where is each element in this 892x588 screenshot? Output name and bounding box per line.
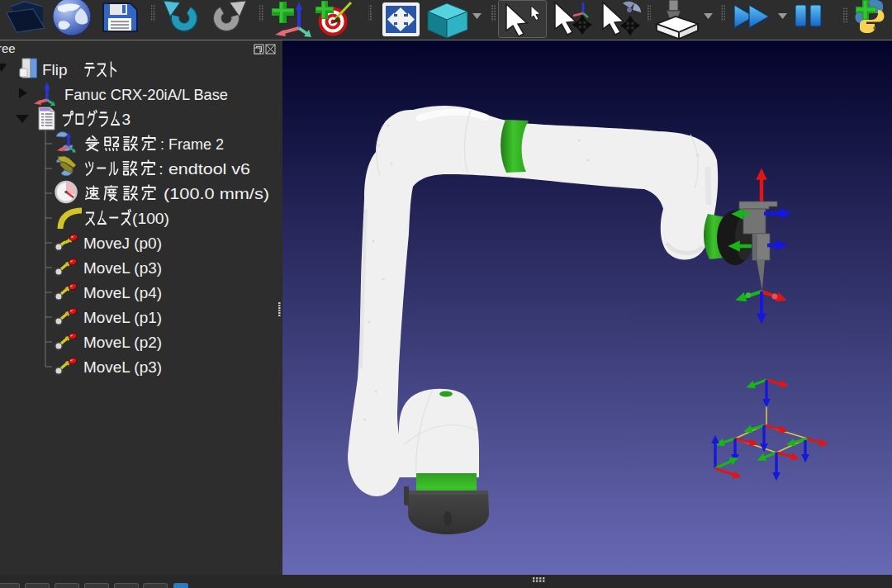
svg-text:MoveL (p4): MoveL (p4) (83, 284, 162, 301)
svg-text:(100): (100) (132, 210, 169, 227)
svg-text:MoveL (p3): MoveL (p3) (83, 358, 162, 376)
svg-text:Flip: Flip (42, 61, 68, 78)
svg-text:MoveL (p3): MoveL (p3) (83, 259, 162, 277)
svg-text:ree: ree (0, 41, 16, 55)
svg-text:MoveL (p1): MoveL (p1) (83, 309, 162, 326)
svg-text:3: 3 (122, 111, 131, 128)
svg-text:MoveL (p2): MoveL (p2) (83, 334, 162, 351)
svg-text:: endtool v6: : endtool v6 (159, 160, 250, 178)
svg-text:: Frame 2: : Frame 2 (160, 135, 224, 153)
svg-text:(100.0 mm/s): (100.0 mm/s) (164, 185, 269, 202)
svg-text:Fanuc CRX-20iA/L Base: Fanuc CRX-20iA/L Base (64, 86, 228, 103)
svg-text:MoveJ (p0): MoveJ (p0) (83, 235, 162, 252)
